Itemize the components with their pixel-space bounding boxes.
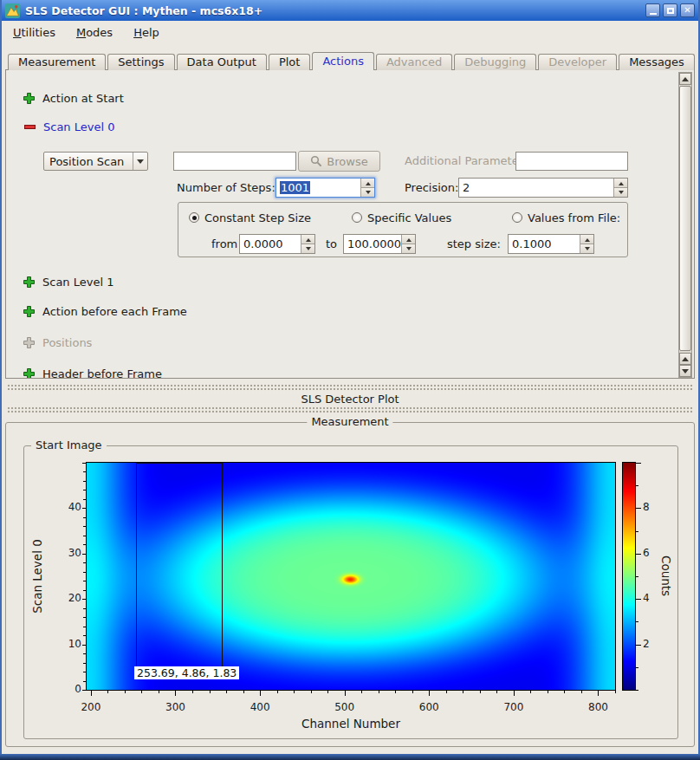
- scroll-up-button[interactable]: [679, 73, 691, 85]
- radio-circle-icon: [512, 212, 522, 223]
- tree-item-header-before-frame[interactable]: Header before Frame: [23, 367, 162, 379]
- expand-plus-icon[interactable]: [23, 306, 35, 317]
- tree-item-scan-level-1[interactable]: Scan Level 1: [23, 275, 113, 289]
- x-tick-label: 700: [503, 701, 523, 713]
- menu-bar: Utilities Modes Help: [2, 21, 698, 44]
- browse-button: Browse: [298, 151, 380, 172]
- radio-circle-icon: [352, 212, 362, 223]
- tab-actions[interactable]: Actions: [312, 52, 374, 70]
- to-value: 100.0000: [344, 235, 401, 253]
- radio-values-from-file[interactable]: Values from File:: [512, 211, 620, 224]
- spin-up-icon: [406, 236, 412, 242]
- scan-script-input[interactable]: [173, 152, 296, 171]
- x-tick-label: 500: [334, 701, 354, 713]
- tree-item-label: Positions: [42, 336, 92, 349]
- from-spinbox[interactable]: 0.0000: [239, 234, 315, 254]
- tab-bar: Measurement Settings Data Output Plot Ac…: [8, 52, 697, 70]
- y-tick-label: 10: [55, 638, 81, 650]
- tree-item-positions: Positions: [23, 335, 92, 349]
- window-frame-left: [0, 0, 2, 760]
- colorbar-title: Counts: [658, 463, 674, 690]
- x-tick-label: 800: [588, 701, 608, 713]
- collapse-minus-icon[interactable]: [24, 121, 36, 133]
- menu-accel: U: [13, 26, 22, 39]
- spin-buttons[interactable]: [360, 179, 374, 197]
- actions-tab-panel: Action at Start Scan Level 0 Position Sc…: [5, 69, 695, 379]
- tree-item-action-at-start[interactable]: Action at Start: [23, 91, 124, 105]
- tab-messages[interactable]: Messages: [619, 54, 695, 70]
- radio-constant-step-size[interactable]: Constant Step Size: [189, 211, 311, 224]
- spin-up-icon: [619, 179, 624, 185]
- spin-down-icon: [619, 191, 624, 197]
- cursor-position-readout: 253.69, 4.86, 1.83: [134, 666, 239, 679]
- vertical-scrollbar[interactable]: [678, 72, 692, 378]
- step-size-value: 0.1000: [509, 235, 580, 253]
- arrow-up-icon: [682, 74, 689, 81]
- splitter-handle-bottom[interactable]: [7, 406, 693, 414]
- expand-plus-icon[interactable]: [23, 93, 35, 104]
- heatmap-plot[interactable]: [82, 457, 619, 696]
- menu-label: tilities: [22, 26, 55, 39]
- tab-measurement[interactable]: Measurement: [8, 54, 106, 70]
- y-tick-label: 0: [55, 683, 81, 695]
- precision-spinbox[interactable]: 2: [458, 178, 628, 198]
- spin-up-icon: [306, 236, 311, 242]
- browse-label: Browse: [327, 155, 367, 168]
- spin-buttons[interactable]: [613, 179, 627, 197]
- minimize-icon: [650, 13, 657, 15]
- x-tick-label: 400: [250, 701, 270, 713]
- scan-type-combobox[interactable]: Position Scan: [43, 152, 148, 171]
- scroll-down-button[interactable]: [679, 365, 691, 377]
- tab-data-output[interactable]: Data Output: [177, 54, 267, 70]
- step-size-label: step size:: [447, 237, 501, 251]
- app-window: SLS Detector GUI : Mythen - mcs6x18+ ✕ U…: [0, 0, 700, 760]
- window-frame-bottom: [0, 754, 700, 760]
- spin-buttons[interactable]: [580, 235, 593, 253]
- radio-label: Specific Values: [367, 211, 451, 224]
- step-size-spinbox[interactable]: 0.1000: [508, 234, 594, 254]
- tree-item-label: Action at Start: [42, 92, 124, 105]
- colorbar-tick-label: 4: [643, 592, 650, 604]
- spin-down-icon: [306, 247, 311, 253]
- expand-plus-icon-disabled: [23, 337, 35, 348]
- tab-developer: Developer: [538, 54, 617, 70]
- x-axis-title: Channel Number: [87, 717, 615, 731]
- plot-dock-title: SLS Detector Plot: [0, 393, 700, 406]
- num-steps-spinbox[interactable]: 1001: [275, 178, 375, 198]
- tree-item-scan-level-0[interactable]: Scan Level 0: [24, 120, 114, 133]
- measurement-title: Measurement: [307, 415, 392, 428]
- title-bar[interactable]: SLS Detector GUI : Mythen - mcs6x18+ ✕: [0, 0, 700, 21]
- radio-label: Values from File:: [528, 211, 620, 224]
- arrow-up-icon: [682, 354, 689, 361]
- expand-plus-icon[interactable]: [23, 368, 35, 380]
- splitter-handle-top[interactable]: [7, 384, 693, 392]
- tab-plot[interactable]: Plot: [269, 54, 311, 70]
- tree-item-label: Scan Level 0: [43, 120, 114, 133]
- scroll-up-button-2[interactable]: [679, 353, 691, 365]
- x-tick-label: 300: [165, 701, 185, 713]
- precision-label: Precision:: [405, 181, 458, 195]
- scrollbar-thumb[interactable]: [679, 86, 691, 351]
- tree-item-action-before-frame[interactable]: Action before each Frame: [23, 304, 187, 318]
- tab-settings[interactable]: Settings: [107, 54, 174, 70]
- spin-up-icon: [585, 236, 590, 242]
- tree-item-label: Scan Level 1: [42, 276, 113, 289]
- additional-parameter-input[interactable]: [515, 152, 628, 171]
- spin-down-icon: [366, 191, 371, 197]
- additional-parameter-label: Additional Parameter:: [405, 154, 527, 168]
- to-spinbox[interactable]: 100.0000: [343, 234, 416, 254]
- expand-plus-icon[interactable]: [23, 276, 35, 288]
- menu-help[interactable]: Help: [133, 26, 159, 39]
- maximize-button[interactable]: [663, 3, 677, 17]
- plot-area: Scan Level 0 Counts Channel Number 253.6…: [24, 446, 677, 738]
- close-button[interactable]: ✕: [680, 3, 695, 17]
- menu-utilities[interactable]: Utilities: [13, 26, 55, 39]
- radio-specific-values[interactable]: Specific Values: [352, 211, 451, 224]
- minimize-button[interactable]: [645, 3, 660, 17]
- x-tick-label: 200: [81, 701, 100, 713]
- measurement-groupbox: Measurement Start Image Scan Level 0 Cou…: [5, 422, 695, 747]
- spin-buttons[interactable]: [301, 235, 314, 253]
- spin-buttons[interactable]: [401, 235, 415, 253]
- x-tick-label: 600: [419, 701, 439, 713]
- menu-modes[interactable]: Modes: [76, 26, 113, 39]
